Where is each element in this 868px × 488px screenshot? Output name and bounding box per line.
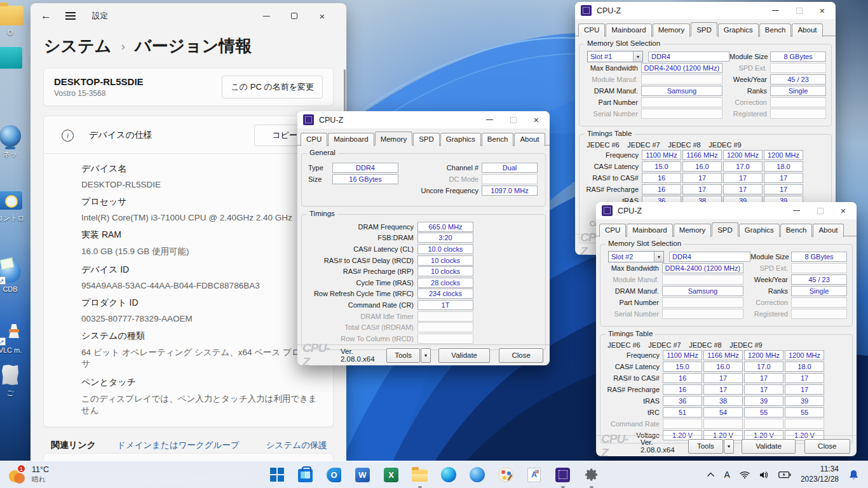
validate-button[interactable]: Validate (438, 348, 490, 363)
cpuz-tab[interactable]: CPU (301, 133, 327, 146)
cpuz-tab[interactable]: About (813, 224, 843, 237)
taskbar-clock[interactable]: 11:34 2023/12/28 (801, 464, 839, 484)
field-label: Part Number (604, 299, 662, 306)
cpuz-tab[interactable]: About (792, 24, 822, 37)
field-label: Week/Year (722, 76, 770, 83)
word-button[interactable]: W (355, 467, 370, 483)
outlook-button[interactable]: O (326, 467, 342, 483)
close-button[interactable]: × (820, 6, 825, 15)
field-value: 45 / 23 (791, 274, 847, 285)
desktop-icon-network[interactable]: ネッ (0, 125, 34, 159)
cpuz-tab[interactable]: Graphics (718, 24, 759, 37)
timing-row: Row Refresh Cycle Time (tRFC)234 clocks (307, 288, 540, 300)
timings-table-row: Frequency1100 MHz1166 MHz1200 MHz1200 MH… (604, 350, 848, 360)
field-value (641, 74, 722, 85)
cpuz-tab[interactable]: Mainboard (627, 224, 672, 237)
desktop-icon-control-panel[interactable]: コントロ (0, 189, 34, 223)
tools-button[interactable]: Tools (386, 348, 420, 363)
settings-taskbar-button[interactable] (583, 467, 599, 483)
close-button[interactable]: × (308, 4, 336, 28)
microsoft-store-button[interactable] (297, 467, 313, 483)
glary-utilities-button[interactable] (469, 467, 485, 483)
cpuz-tab[interactable]: Bench (482, 133, 514, 146)
word-icon: W (355, 468, 370, 482)
ime-indicator[interactable]: A (724, 470, 730, 480)
cpuz-tab[interactable]: SPD (691, 22, 717, 36)
weather-widget[interactable]: 1 11°C 晴れ (0, 465, 102, 484)
maximize-button[interactable] (280, 4, 308, 28)
minimize-button[interactable] (772, 10, 779, 11)
file-explorer-button[interactable] (412, 467, 428, 483)
cpuz-tab[interactable]: Bench (780, 224, 813, 237)
cpuz-tab[interactable]: Bench (759, 24, 792, 37)
tools-button[interactable]: Tools (688, 439, 723, 454)
desktop-icon-cdburnerxp[interactable]: ↗ CDB (0, 261, 34, 293)
volume-icon[interactable] (759, 471, 769, 479)
close-dialog-button[interactable]: Close (499, 348, 543, 363)
cpuz-tab[interactable]: Graphics (440, 133, 481, 146)
tray-expand-chevron-icon[interactable] (707, 472, 715, 477)
timing-label: CAS# Latency (604, 363, 663, 370)
slot-dropdown[interactable]: Slot #1▼ (587, 51, 643, 62)
timing-field: 1T (417, 300, 473, 310)
jedec-header-row: JEDEC #6JEDEC #7JEDEC #8JEDEC #9 (604, 341, 848, 349)
minimize-button[interactable] (486, 119, 493, 120)
desktop-icon-recycle[interactable]: ご (0, 363, 34, 398)
timing-row: Command Rate (CR)1T (307, 299, 540, 311)
maximize-button (817, 208, 824, 214)
hamburger-menu-icon[interactable] (65, 15, 76, 17)
minimize-button[interactable] (252, 4, 280, 28)
notification-bell-icon[interactable] (848, 469, 859, 480)
cpuz-tab[interactable]: Memory (674, 224, 712, 237)
close-button[interactable]: × (841, 207, 846, 215)
cpuz-tab[interactable]: Mainboard (328, 133, 374, 146)
link-domain-workgroup[interactable]: ドメインまたはワークグループ (117, 440, 240, 451)
cpuz-titlebar[interactable]: CPU-Z × (596, 202, 857, 219)
minimize-button[interactable] (793, 210, 800, 211)
control-panel-icon (0, 189, 24, 212)
slot-dropdown[interactable]: Slot #2▼ (608, 251, 664, 262)
battery-charging-icon[interactable] (778, 471, 791, 478)
wifi-icon[interactable] (740, 471, 750, 478)
cpuz-tab[interactable]: SPD (413, 133, 440, 146)
cpuz-tab[interactable]: Memory (653, 24, 691, 37)
close-button[interactable]: × (534, 116, 539, 125)
desktop-icon-vlc[interactable]: ↗ VLC m. (0, 322, 34, 354)
chevron-down-icon[interactable]: ▼ (633, 51, 642, 62)
size-label: Size (308, 175, 332, 183)
breadcrumb-separator: › (121, 39, 125, 53)
close-dialog-button[interactable]: Close (804, 439, 850, 454)
cpuz-taskbar-button[interactable] (555, 467, 571, 483)
text-document-app-button[interactable]: A (526, 467, 542, 483)
rename-pc-button[interactable]: この PC の名前を変更 (222, 76, 323, 98)
cpuz-tab[interactable]: Memory (375, 132, 413, 146)
back-arrow-icon[interactable]: ← (41, 10, 51, 22)
timing-label: CAS# Latency (CL) (307, 245, 417, 253)
timing-label: DRAM Idle Timer (307, 313, 417, 320)
scrollbar-thumb[interactable] (344, 69, 346, 115)
cpuz-titlebar[interactable]: CPU-Z × (575, 2, 836, 19)
link-system-protection[interactable]: システムの保護 (266, 440, 327, 451)
pc-name-card: DESKTOP-RL5SDIE Vostro 15-3568 この PC の名前… (43, 68, 334, 106)
cpuz-tab[interactable]: SPD (712, 222, 738, 236)
paint-button[interactable] (498, 467, 513, 483)
field-label: Week/Year (743, 276, 791, 283)
cpuz-tab[interactable]: CPU (578, 24, 605, 37)
validate-button[interactable]: Validate (742, 439, 795, 454)
excel-button[interactable]: X (383, 467, 399, 483)
cpuz-tab[interactable]: Graphics (739, 224, 780, 237)
desktop-icon-folder[interactable]: O (0, 4, 34, 36)
timing-row: CAS# Latency (CL)10.0 clocks (307, 243, 540, 255)
breadcrumb-system[interactable]: システム (44, 35, 111, 57)
start-button[interactable] (269, 467, 285, 483)
tools-dropdown-icon[interactable]: ▼ (724, 439, 735, 454)
tools-dropdown-icon[interactable]: ▼ (421, 348, 431, 363)
cpuz-tab[interactable]: Mainboard (606, 24, 651, 37)
cpuz-tab[interactable]: About (514, 133, 545, 146)
desktop-icon-teal-app[interactable] (0, 46, 34, 71)
cpuz-tab[interactable]: CPU (599, 224, 626, 237)
edge-button[interactable] (440, 467, 456, 483)
field-value: DDR4-2400 (1200 MHz) (641, 63, 722, 73)
cpuz-titlebar[interactable]: CPU-Z × (297, 111, 550, 128)
chevron-down-icon[interactable]: ▼ (654, 252, 663, 262)
